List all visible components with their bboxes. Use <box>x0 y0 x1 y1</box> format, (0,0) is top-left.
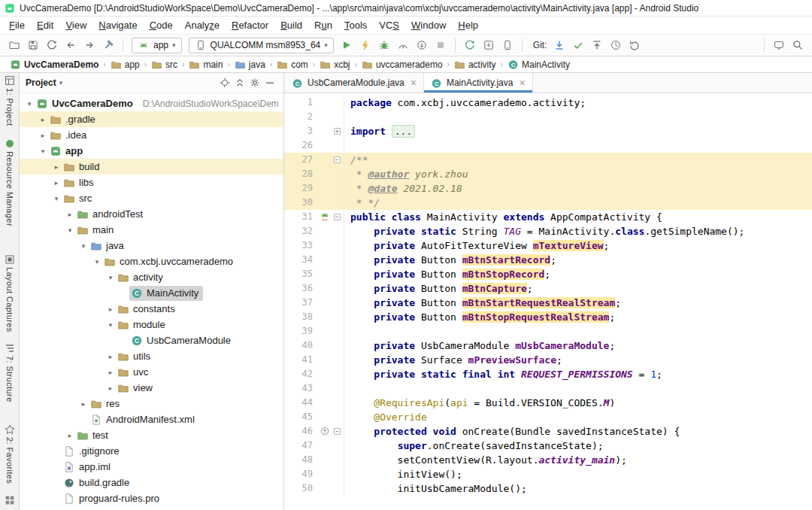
debug-icon[interactable] <box>376 37 392 53</box>
collapsed-arrow-icon[interactable]: ▸ <box>51 179 62 187</box>
menu-analyze[interactable]: Analyze <box>179 18 226 32</box>
tree-item-idea[interactable]: ▸.idea <box>20 127 283 143</box>
menu-help[interactable]: Help <box>452 18 484 32</box>
back-icon[interactable] <box>62 37 79 53</box>
resource-manager-icon[interactable] <box>4 138 16 150</box>
code-text[interactable]: private Button mBtnStartRequestRealStrea… <box>344 296 812 310</box>
chevron-down-icon[interactable]: ▾ <box>59 79 63 87</box>
tree-item-usbcameramodule[interactable]: CUsbCameraModule <box>20 332 283 348</box>
line-number[interactable]: 2 <box>284 110 319 124</box>
line-number[interactable]: 34 <box>284 253 319 267</box>
collapsed-arrow-icon[interactable]: ▸ <box>105 353 116 360</box>
breadcrumb-java[interactable]: java <box>232 59 268 70</box>
collapsed-arrow-icon[interactable]: ▸ <box>105 369 116 376</box>
breadcrumb-com[interactable]: com <box>274 59 311 70</box>
code-text[interactable] <box>344 138 812 153</box>
code-text[interactable]: initView(); <box>344 467 812 481</box>
code-line-43[interactable]: 43 <box>284 381 812 396</box>
menu-tools[interactable]: Tools <box>338 18 373 32</box>
code-line-39[interactable]: 39 <box>284 324 812 338</box>
code-text[interactable]: public class MainActivity extends AppCom… <box>344 210 812 224</box>
fold-minus-icon[interactable]: − <box>334 214 341 220</box>
code-text[interactable]: private Button mBtnStopRequestRealStream… <box>344 310 812 324</box>
line-number[interactable]: 44 <box>284 396 319 410</box>
code-text[interactable] <box>344 324 812 338</box>
menu-edit[interactable]: Edit <box>31 18 59 32</box>
code-text[interactable]: super.onCreate(savedInstanceState); <box>344 439 812 453</box>
expanded-arrow-icon[interactable]: ▾ <box>105 274 116 281</box>
breadcrumb-src[interactable]: src <box>149 59 180 70</box>
line-number[interactable]: 45 <box>284 410 319 424</box>
menu-code[interactable]: Code <box>144 18 179 32</box>
line-number[interactable]: 28 <box>284 167 319 181</box>
code-line-50[interactable]: 50 initUsbCameraModule(); <box>284 481 812 496</box>
toolwindows-icon[interactable] <box>771 37 787 53</box>
code-text[interactable]: private static String TAG = MainActivity… <box>344 224 812 238</box>
code-text[interactable] <box>344 381 812 396</box>
tree-item-main[interactable]: ▾main <box>20 222 283 238</box>
line-number[interactable]: 42 <box>284 367 319 381</box>
device-select[interactable]: QUALCOMM msm8953_64▾ <box>189 38 334 53</box>
hide-icon[interactable] <box>262 75 277 90</box>
search-everywhere-icon[interactable] <box>789 37 806 53</box>
expanded-arrow-icon[interactable]: ▾ <box>92 258 102 266</box>
code-text[interactable]: private UsbCameraModule mUsbCameraModule… <box>344 338 812 353</box>
close-icon[interactable]: × <box>519 77 525 88</box>
tree-item-androidmanifest-xml[interactable]: AndroidManifest.xml <box>20 411 283 427</box>
line-number[interactable]: 3 <box>284 124 319 138</box>
run-config-select[interactable]: app▾ <box>132 38 182 53</box>
toolwindow-button-1-project[interactable]: 1: Project <box>5 88 14 126</box>
code-line-1[interactable]: 1package com.xcbj.uvccamerademo.activity… <box>284 96 812 110</box>
code-line-2[interactable]: 2 <box>284 110 812 124</box>
collapsed-arrow-icon[interactable]: ▸ <box>78 400 89 408</box>
code-text[interactable]: @Override <box>344 410 812 424</box>
open-icon[interactable] <box>6 37 23 53</box>
collapsed-arrow-icon[interactable]: ▸ <box>65 211 75 218</box>
attach-debugger-icon[interactable] <box>414 37 430 53</box>
collapsed-arrow-icon[interactable]: ▸ <box>65 432 75 439</box>
sync-icon[interactable] <box>44 37 60 53</box>
breadcrumb-app[interactable]: app <box>108 59 142 70</box>
code-line-33[interactable]: 33 private AutoFitTextureView mTextureVi… <box>284 238 812 253</box>
fold-marker-icon[interactable]: − <box>332 153 344 167</box>
menu-run[interactable]: Run <box>308 18 338 32</box>
profiler-icon[interactable] <box>395 37 411 53</box>
android-component-gutter-icon[interactable]: <> <box>319 210 332 224</box>
expanded-arrow-icon[interactable]: ▾ <box>78 242 89 250</box>
override-gutter-icon[interactable] <box>319 424 332 439</box>
menu-view[interactable]: View <box>59 18 92 32</box>
tree-item-constants[interactable]: ▸constants <box>20 301 283 317</box>
toolwindow-button-resource-manager[interactable]: Resource Manager <box>5 151 14 226</box>
tree-item-uvc[interactable]: ▸uvc <box>20 364 283 380</box>
line-number[interactable]: 36 <box>284 281 319 296</box>
tree-item-build-gradle[interactable]: build.gradle <box>20 475 283 490</box>
code-text[interactable]: /** <box>344 153 812 167</box>
tab-mainactivity-java[interactable]: CMainActivity.java× <box>424 73 533 93</box>
code-line-48[interactable]: 48 setContentView(R.layout.activity_main… <box>284 453 812 467</box>
breadcrumb-uvccamerademo[interactable]: UvcCameraDemo <box>8 59 101 70</box>
collapsed-arrow-icon[interactable]: ▸ <box>105 305 116 313</box>
locate-icon[interactable] <box>217 75 232 90</box>
tree-item-java[interactable]: ▾java <box>20 238 283 253</box>
line-number[interactable]: 50 <box>284 481 319 496</box>
line-number[interactable]: 29 <box>284 181 319 196</box>
tree-item-uvccamerademo[interactable]: ▾UvcCameraDemoD:\AndroidStudioWorkSpace\… <box>20 96 283 111</box>
project-tool-icon[interactable] <box>4 74 16 87</box>
collapsed-arrow-icon[interactable]: ▸ <box>51 163 62 171</box>
fold-marker-icon[interactable]: − <box>332 210 344 224</box>
code-line-26[interactable]: 26 <box>284 138 812 153</box>
line-number[interactable]: 37 <box>284 296 319 310</box>
sync-project-icon[interactable] <box>462 37 478 53</box>
code-text[interactable]: package com.xcbj.uvccamerademo.activity; <box>344 96 812 110</box>
line-number[interactable]: 41 <box>284 353 319 367</box>
gear-icon[interactable] <box>247 75 262 90</box>
tree-item-proguard-rules-pro[interactable]: proguard-rules.pro <box>20 490 283 506</box>
code-line-27[interactable]: 27−/** <box>284 153 812 167</box>
toolwindow-button-layout-captures[interactable]: Layout Captures <box>5 267 14 332</box>
line-number[interactable]: 46 <box>284 424 319 439</box>
code-text[interactable]: private static final int REQUEST_PERMISS… <box>344 367 812 381</box>
run-icon[interactable] <box>338 37 355 53</box>
tree-item-gitignore[interactable]: .gitignore <box>20 443 283 459</box>
code-editor[interactable]: 1package com.xcbj.uvccamerademo.activity… <box>284 93 812 510</box>
structure-icon[interactable] <box>4 342 16 354</box>
